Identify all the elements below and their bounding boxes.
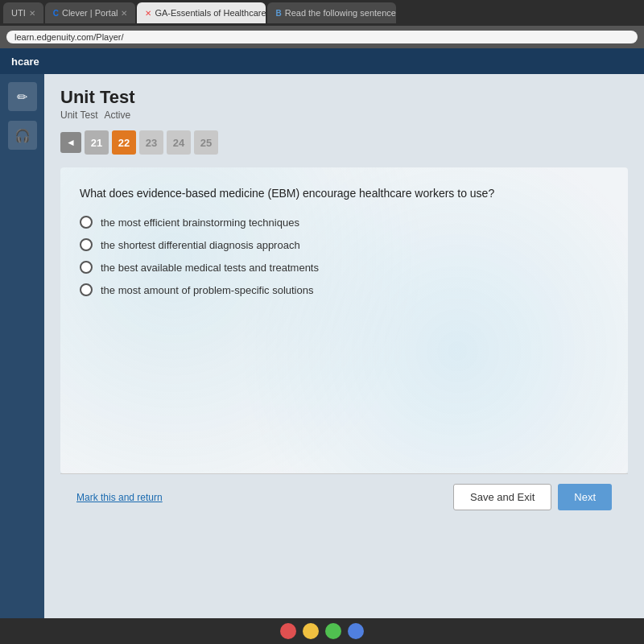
question-nav-25: 25	[194, 130, 218, 155]
question-nav-22[interactable]: 22	[112, 130, 136, 155]
tab-clever-label: Clever | Portal	[62, 8, 118, 18]
next-button[interactable]: Next	[558, 484, 612, 510]
breadcrumb: Unit Test Active	[60, 109, 628, 121]
sidebar: ✏ 🎧	[0, 74, 44, 644]
breadcrumb-status: Active	[104, 109, 130, 121]
option-d[interactable]: the most amount of problem-specific solu…	[80, 283, 609, 296]
main-area: ✏ 🎧 Unit Test Unit Test Active ◄ 21 22 2…	[0, 74, 644, 644]
question-card: What does evidence-based medicine (EBM) …	[60, 167, 628, 473]
tab-clever-close[interactable]: ✕	[121, 9, 127, 18]
edit-icon[interactable]: ✏	[8, 82, 37, 111]
option-b[interactable]: the shortest differential diagnosis appr…	[80, 238, 609, 251]
tab-bar: UTI ✕ C Clever | Portal ✕ ✕ GA-Essential…	[0, 0, 644, 26]
question-text: What does evidence-based medicine (EBM) …	[80, 187, 609, 200]
option-a-text: the most efficient brainstorming techniq…	[101, 217, 299, 229]
tab-read-label: Read the following sentence a	[285, 8, 397, 18]
footer-buttons: Save and Exit Next	[453, 484, 612, 510]
address-input[interactable]	[6, 31, 638, 43]
tab-ga-favicon: ✕	[145, 9, 151, 18]
tab-uti-close[interactable]: ✕	[29, 9, 35, 18]
app-header: hcare	[0, 48, 644, 74]
question-nav-21[interactable]: 21	[85, 130, 109, 155]
option-a[interactable]: the most efficient brainstorming techniq…	[80, 216, 609, 229]
browser-chrome: UTI ✕ C Clever | Portal ✕ ✕ GA-Essential…	[0, 0, 644, 48]
content-area: Unit Test Unit Test Active ◄ 21 22 23 24…	[44, 74, 644, 644]
tab-read-favicon: B	[275, 9, 281, 18]
tab-ga-label: GA-Essentials of Healthcare - Ed	[155, 8, 266, 18]
taskbar-dot-blue	[348, 623, 364, 639]
option-b-text: the shortest differential diagnosis appr…	[101, 239, 300, 251]
taskbar-dot-green	[325, 623, 341, 639]
mark-return-link[interactable]: Mark this and return	[76, 492, 163, 503]
radio-a[interactable]	[80, 216, 93, 229]
option-d-text: the most amount of problem-specific solu…	[101, 284, 313, 296]
save-exit-button[interactable]: Save and Exit	[453, 484, 551, 510]
page-title: Unit Test	[60, 87, 628, 108]
address-bar	[0, 26, 644, 48]
radio-d[interactable]	[80, 283, 93, 296]
headphone-icon[interactable]: 🎧	[8, 121, 37, 150]
taskbar-dot-yellow	[303, 623, 319, 639]
app-header-title: hcare	[11, 56, 39, 68]
question-nav-23: 23	[139, 130, 163, 155]
tab-ga[interactable]: ✕ GA-Essentials of Healthcare - Ed ✕	[137, 2, 266, 23]
option-c[interactable]: the best available medical tests and tre…	[80, 261, 609, 274]
taskbar	[0, 618, 644, 644]
question-nav-24: 24	[167, 130, 191, 155]
footer: Mark this and return Save and Exit Next	[60, 473, 628, 520]
prev-arrow[interactable]: ◄	[60, 132, 81, 153]
tab-clever-favicon: C	[53, 9, 59, 18]
tab-clever[interactable]: C Clever | Portal ✕	[45, 2, 136, 23]
option-c-text: the best available medical tests and tre…	[101, 262, 319, 274]
breadcrumb-item: Unit Test	[60, 109, 97, 121]
radio-b[interactable]	[80, 238, 93, 251]
tab-read[interactable]: B Read the following sentence a	[267, 2, 396, 23]
tab-uti[interactable]: UTI ✕	[3, 2, 43, 23]
taskbar-dot-red	[280, 623, 296, 639]
question-nav: ◄ 21 22 23 24 25	[60, 130, 628, 155]
options-list: the most efficient brainstorming techniq…	[80, 216, 609, 296]
tab-uti-label: UTI	[11, 8, 26, 18]
radio-c[interactable]	[80, 261, 93, 274]
